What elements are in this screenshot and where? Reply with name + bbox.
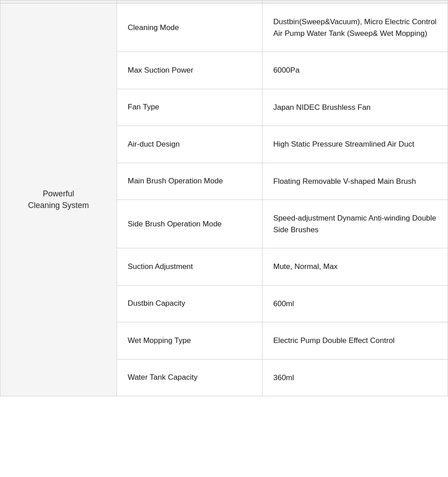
table-row: Water Tank Capacity 360ml bbox=[117, 360, 448, 396]
value-cell: Mute, Normal, Max bbox=[263, 248, 448, 285]
label-cell: Fan Type bbox=[117, 89, 263, 126]
label-cell: Water Tank Capacity bbox=[117, 360, 263, 396]
value-cell: 6000Pa bbox=[263, 52, 448, 89]
spec-table: Powerful Cleaning System Cleaning Mode D… bbox=[0, 0, 448, 396]
category-cell: Powerful Cleaning System bbox=[0, 4, 117, 396]
label-cell: Max Suction Power bbox=[117, 52, 263, 89]
main-content-row: Powerful Cleaning System Cleaning Mode D… bbox=[0, 4, 448, 396]
table-row: Main Brush Operation Mode Floating Remov… bbox=[117, 163, 448, 200]
label-cell: Side Brush Operation Mode bbox=[117, 200, 263, 248]
table-row: Dustbin Capacity 600ml bbox=[117, 286, 448, 323]
label-cell: Suction Adjustment bbox=[117, 248, 263, 285]
table-row: Fan Type Japan NIDEC Brushless Fan bbox=[117, 89, 448, 126]
label-cell: Wet Mopping Type bbox=[117, 322, 263, 359]
label-cell: Air-duct Design bbox=[117, 126, 263, 163]
value-cell: Speed-adjustment Dynamic Anti-winding Do… bbox=[263, 200, 448, 248]
category-label: Powerful Cleaning System bbox=[28, 188, 89, 211]
table-row: Suction Adjustment Mute, Normal, Max bbox=[117, 248, 448, 286]
table-row: Air-duct Design High Static Pressure Str… bbox=[117, 126, 448, 163]
value-cell: Electric Pump Double Effect Control bbox=[263, 322, 448, 359]
value-cell: 600ml bbox=[263, 286, 448, 322]
table-row: Max Suction Power 6000Pa bbox=[117, 52, 448, 89]
label-cell: Cleaning Mode bbox=[117, 4, 263, 52]
value-cell: Dustbin(Sweep&Vacuum), Micro Electric Co… bbox=[263, 4, 448, 52]
rows-section: Cleaning Mode Dustbin(Sweep&Vacuum), Mic… bbox=[117, 4, 448, 396]
top-border-col-mid bbox=[117, 0, 263, 3]
top-border-row bbox=[0, 0, 448, 4]
label-cell: Dustbin Capacity bbox=[117, 286, 263, 322]
value-cell: 360ml bbox=[263, 360, 448, 396]
top-border-col-right bbox=[263, 0, 448, 3]
table-row: Wet Mopping Type Electric Pump Double Ef… bbox=[117, 322, 448, 360]
value-cell: Floating Removable V-shaped Main Brush bbox=[263, 163, 448, 200]
label-cell: Main Brush Operation Mode bbox=[117, 163, 263, 200]
table-row: Side Brush Operation Mode Speed-adjustme… bbox=[117, 200, 448, 248]
value-cell: Japan NIDEC Brushless Fan bbox=[263, 89, 448, 126]
table-row: Cleaning Mode Dustbin(Sweep&Vacuum), Mic… bbox=[117, 4, 448, 52]
top-border-col-left bbox=[0, 0, 117, 3]
value-cell: High Static Pressure Streamlined Air Duc… bbox=[263, 126, 448, 163]
